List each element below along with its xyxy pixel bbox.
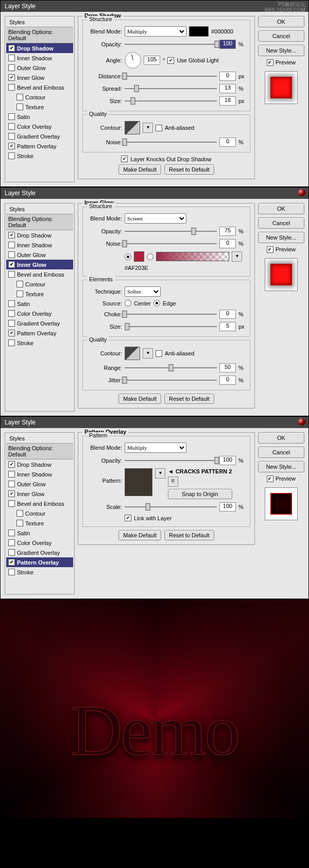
- sidebar-item-gradient-overlay[interactable]: Gradient Overlay: [6, 548, 73, 557]
- choke-slider[interactable]: [125, 314, 217, 315]
- scale-slider[interactable]: [125, 506, 217, 507]
- sidebar-item-contour[interactable]: Contour: [6, 508, 73, 518]
- sidebar-item-bevel[interactable]: Bevel and Emboss: [6, 499, 73, 508]
- chevron-down-icon[interactable]: ▾: [232, 251, 242, 262]
- sidebar-item-stroke[interactable]: Stroke: [6, 151, 73, 161]
- angle-dial[interactable]: [125, 52, 141, 69]
- opacity-slider[interactable]: [125, 460, 217, 461]
- global-light-checkbox[interactable]: [167, 57, 174, 64]
- sidebar-item-outer-glow[interactable]: Outer Glow: [6, 250, 73, 260]
- sidebar-item-pattern-overlay[interactable]: Pattern Overlay: [6, 141, 73, 151]
- cancel-button[interactable]: Cancel: [258, 447, 304, 458]
- sidebar-item-drop-shadow[interactable]: Drop Shadow: [6, 230, 73, 240]
- pattern-picker[interactable]: [125, 468, 152, 496]
- preview-checkbox[interactable]: [267, 59, 273, 66]
- preview-checkbox[interactable]: [267, 475, 273, 482]
- blending-options[interactable]: Blending Options: Default: [6, 27, 73, 43]
- checkbox[interactable]: [8, 143, 15, 149]
- make-default-button[interactable]: Make Default: [118, 530, 161, 540]
- checkbox[interactable]: [16, 104, 23, 110]
- checkbox[interactable]: [8, 45, 15, 52]
- blend-mode-select[interactable]: Multiply: [125, 442, 186, 453]
- chevron-down-icon[interactable]: ▾: [155, 468, 165, 479]
- make-default-button[interactable]: Make Default: [118, 394, 161, 404]
- link-layer-checkbox[interactable]: [125, 515, 131, 521]
- sidebar-item-color-overlay[interactable]: Color Overlay: [6, 309, 73, 318]
- ok-button[interactable]: OK: [258, 16, 304, 27]
- sidebar-item-contour[interactable]: Contour: [6, 92, 73, 102]
- knockout-checkbox[interactable]: [121, 156, 128, 162]
- source-center-radio[interactable]: [125, 300, 131, 307]
- cancel-button[interactable]: Cancel: [258, 217, 304, 229]
- sidebar-item-texture[interactable]: Texture: [6, 289, 73, 299]
- spread-slider[interactable]: [125, 88, 217, 89]
- reset-default-button[interactable]: Reset to Default: [164, 530, 214, 540]
- jitter-slider[interactable]: [125, 380, 217, 381]
- preview-checkbox[interactable]: [267, 246, 273, 253]
- checkbox[interactable]: [8, 113, 15, 120]
- new-style-button[interactable]: New Style...: [258, 45, 304, 56]
- cancel-button[interactable]: Cancel: [258, 30, 304, 42]
- sidebar-item-color-overlay[interactable]: Color Overlay: [6, 538, 73, 548]
- sidebar-item-inner-glow[interactable]: Inner Glow: [6, 73, 73, 82]
- sidebar-item-inner-shadow[interactable]: Inner Shadow: [6, 240, 73, 250]
- color-swatch[interactable]: [134, 251, 144, 262]
- gradient-picker[interactable]: [156, 252, 229, 261]
- sidebar-item-drop-shadow[interactable]: Drop Shadow: [6, 459, 73, 469]
- source-edge-radio[interactable]: [153, 300, 160, 307]
- sidebar-item-pattern-overlay[interactable]: Pattern Overlay: [6, 557, 73, 567]
- sidebar-item-bevel[interactable]: Bevel and Emboss: [6, 269, 73, 279]
- anti-aliased-checkbox[interactable]: [156, 350, 162, 357]
- ok-button[interactable]: OK: [258, 432, 304, 444]
- anti-aliased-checkbox[interactable]: [156, 125, 162, 131]
- checkbox[interactable]: [8, 152, 15, 159]
- checkbox[interactable]: [8, 74, 15, 81]
- sidebar-item-satin[interactable]: Satin: [6, 528, 73, 538]
- ok-button[interactable]: OK: [258, 203, 304, 214]
- chevron-down-icon[interactable]: ▾: [143, 123, 153, 133]
- new-style-button[interactable]: New Style...: [258, 232, 304, 243]
- contour-picker[interactable]: [125, 121, 140, 134]
- noise-slider[interactable]: [125, 243, 217, 244]
- sidebar-item-outer-glow[interactable]: Outer Glow: [6, 63, 73, 73]
- distance-slider[interactable]: [125, 76, 217, 77]
- sidebar-item-gradient-overlay[interactable]: Gradient Overlay: [6, 131, 73, 141]
- checkbox[interactable]: [8, 64, 15, 71]
- opacity-value[interactable]: 100: [219, 40, 236, 49]
- sidebar-item-outer-glow[interactable]: Outer Glow: [6, 479, 73, 489]
- sidebar-item-texture[interactable]: Texture: [6, 518, 73, 528]
- sidebar-item-satin[interactable]: Satin: [6, 299, 73, 309]
- sidebar-item-drop-shadow[interactable]: Drop Shadow: [6, 43, 73, 53]
- blend-mode-select[interactable]: Screen: [125, 213, 186, 224]
- color-radio[interactable]: [125, 253, 131, 260]
- snap-origin-button[interactable]: Snap to Origin: [168, 489, 232, 499]
- sidebar-item-stroke[interactable]: Stroke: [6, 338, 73, 348]
- sidebar-item-pattern-overlay[interactable]: Pattern Overlay: [6, 328, 73, 338]
- sidebar-item-color-overlay[interactable]: Color Overlay: [6, 122, 73, 131]
- blend-mode-select[interactable]: Multiply: [125, 26, 186, 37]
- technique-select[interactable]: Softer: [125, 286, 161, 297]
- sidebar-item-inner-shadow[interactable]: Inner Shadow: [6, 469, 73, 479]
- sidebar-item-satin[interactable]: Satin: [6, 112, 73, 122]
- make-default-button[interactable]: Make Default: [118, 164, 161, 175]
- opacity-slider[interactable]: [125, 44, 217, 45]
- sidebar-item-inner-shadow[interactable]: Inner Shadow: [6, 53, 73, 63]
- styles-header[interactable]: Styles: [6, 18, 73, 27]
- checkbox[interactable]: [8, 55, 15, 61]
- sidebar-item-texture[interactable]: Texture: [6, 102, 73, 112]
- reset-default-button[interactable]: Reset to Default: [164, 164, 214, 175]
- new-pattern-icon[interactable]: ⎘: [168, 476, 178, 487]
- contour-picker[interactable]: [125, 347, 140, 360]
- angle-value[interactable]: 105: [144, 56, 160, 65]
- sidebar-item-bevel[interactable]: Bevel and Emboss: [6, 82, 73, 92]
- sidebar-item-stroke[interactable]: Stroke: [6, 567, 73, 577]
- sidebar-item-inner-glow[interactable]: Inner Glow: [6, 260, 73, 269]
- checkbox[interactable]: [8, 133, 15, 140]
- checkbox[interactable]: [8, 123, 15, 130]
- noise-slider[interactable]: [125, 142, 217, 143]
- opacity-slider[interactable]: [125, 231, 217, 232]
- range-slider[interactable]: [125, 367, 217, 368]
- checkbox[interactable]: [8, 84, 15, 91]
- chevron-down-icon[interactable]: ▾: [143, 348, 153, 359]
- sidebar-item-contour[interactable]: Contour: [6, 279, 73, 289]
